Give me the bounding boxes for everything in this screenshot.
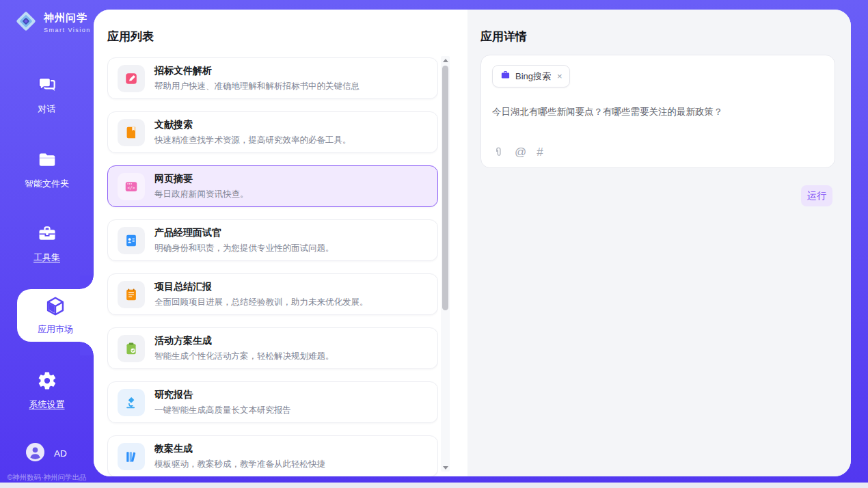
app-card-desc: 模板驱动，教案秒成，教学准备从此轻松快捷: [154, 459, 325, 470]
app-card-title: 活动方案生成: [154, 335, 334, 347]
app-card-text: 招标文件解析 帮助用户快速、准确地理解和解析招标书中的关键信息: [154, 65, 360, 92]
app-card-bid-analysis[interactable]: 招标文件解析 帮助用户快速、准确地理解和解析招标书中的关键信息: [107, 57, 438, 99]
app-card-lesson-plan[interactable]: 教案生成 模板驱动，教案秒成，教学准备从此轻松快捷: [107, 435, 438, 476]
query-input[interactable]: 今日湖北有哪些新闻要点？有哪些需要关注的最新政策？: [492, 105, 824, 119]
doc-edit-icon: [118, 65, 145, 92]
app-card-desc: 帮助用户快速、准确地理解和解析招标书中的关键信息: [154, 81, 360, 92]
app-card-title: 教案生成: [154, 443, 325, 455]
svg-text:</>: </>: [127, 185, 135, 190]
user-initials: AD: [54, 448, 67, 459]
app-card-text: 项目总结汇报 全面回顾项目进展，总结经验教训，助力未来优化发展。: [154, 281, 368, 308]
app-list: 招标文件解析 帮助用户快速、准确地理解和解析招标书中的关键信息 文献搜索 快速精…: [107, 57, 438, 476]
prompt-composer: Bing搜索 × 今日湖北有哪些新闻要点？有哪些需要关注的最新政策？ @ #: [480, 55, 835, 168]
sidebar-item-label: 系统设置: [29, 398, 65, 411]
brand-diamond-icon: [14, 9, 38, 36]
run-button[interactable]: 运行: [801, 185, 832, 206]
app-card-literature-search[interactable]: 文献搜索 快速精准查找学术资源，提高研究效率的必备工具。: [107, 111, 438, 153]
composer-toolbar: @ #: [493, 146, 543, 158]
hash-tag-icon[interactable]: #: [537, 146, 543, 158]
chat-icon: [37, 75, 57, 98]
avatar: [26, 443, 44, 464]
app-card-research-report[interactable]: 研究报告 一键智能生成高质量长文本研究报告: [107, 381, 438, 423]
scrollbar-thumb[interactable]: [442, 66, 448, 310]
brand-logo: 神州问学 Smart Vision: [14, 9, 91, 36]
app-card-text: 产品经理面试官 明确身份和职责，为您提供专业性的面试问题。: [154, 227, 334, 254]
app-card-title: 项目总结汇报: [154, 281, 368, 293]
sidebar-item-settings[interactable]: 系统设置: [0, 370, 94, 411]
app-card-desc: 每日政府新闻资讯快查。: [154, 189, 249, 200]
resume-icon: [118, 227, 145, 254]
app-card-web-summary[interactable]: </> 网页摘要 每日政府新闻资讯快查。: [107, 165, 438, 207]
brand-subtitle: Smart Vision: [44, 27, 91, 33]
at-mention-icon[interactable]: @: [515, 146, 526, 158]
scroll-down-arrow[interactable]: [441, 463, 450, 472]
app-card-desc: 全面回顾项目进展，总结经验教训，助力未来优化发展。: [154, 297, 368, 308]
browser-code-icon: </>: [118, 173, 145, 200]
app-card-text: 网页摘要 每日政府新闻资讯快查。: [154, 173, 249, 200]
app-card-text: 文献搜索 快速精准查找学术资源，提高研究效率的必备工具。: [154, 119, 351, 146]
app-card-pm-interviewer[interactable]: 产品经理面试官 明确身份和职责，为您提供专业性的面试问题。: [107, 219, 438, 261]
toolbox-icon: [37, 223, 57, 247]
brand-name: 神州问学: [44, 12, 91, 25]
app-card-desc: 智能生成个性化活动方案，轻松解决规划难题。: [154, 351, 334, 362]
tool-chip-label: Bing搜索: [515, 70, 551, 83]
app-card-desc: 快速精准查找学术资源，提高研究效率的必备工具。: [154, 135, 351, 146]
app-card-text: 活动方案生成 智能生成个性化活动方案，轻松解决规划难题。: [154, 335, 334, 362]
close-icon[interactable]: ×: [557, 71, 562, 81]
books-icon: [118, 443, 145, 470]
app-card-desc: 一键智能生成高质量长文本研究报告: [154, 405, 291, 416]
app-card-desc: 明确身份和职责，为您提供专业性的面试问题。: [154, 243, 334, 254]
folder-icon: [37, 150, 57, 173]
app-card-text: 教案生成 模板驱动，教案秒成，教学准备从此轻松快捷: [154, 443, 325, 470]
app-card-title: 产品经理面试官: [154, 227, 334, 239]
cube-icon: [44, 295, 66, 320]
sidebar-item-label: 应用市场: [38, 323, 73, 336]
microscope-icon: [118, 389, 145, 416]
sidebar-item-chat[interactable]: 对话: [0, 75, 94, 116]
app-card-event-plan[interactable]: 活动方案生成 智能生成个性化活动方案，轻松解决规划难题。: [107, 327, 438, 369]
bottom-strip: [0, 483, 868, 488]
gear-icon: [37, 370, 57, 394]
copyright-text: ©神州数码·神州问学出品: [0, 473, 94, 483]
sidebar-item-smart-folder[interactable]: 智能文件夹: [0, 150, 94, 190]
scroll-up-arrow[interactable]: [441, 56, 450, 64]
app-card-title: 招标文件解析: [154, 65, 360, 77]
sidebar-item-label: 工具集: [33, 252, 60, 264]
sidebar-item-toolkit[interactable]: 工具集: [0, 223, 94, 264]
sidebar-item-label: 对话: [38, 103, 56, 116]
notepad-icon: [118, 281, 145, 308]
app-card-text: 研究报告 一键智能生成高质量长文本研究报告: [154, 389, 291, 416]
user-menu-button[interactable]: AD: [26, 443, 67, 464]
app-card-title: 网页摘要: [154, 173, 249, 185]
app-list-panel: 应用列表 招标文件解析 帮助用户快速、准确地理解和解析招标书中的关键信息: [94, 10, 467, 476]
main-panel: 应用列表 招标文件解析 帮助用户快速、准确地理解和解析招标书中的关键信息: [94, 10, 851, 476]
briefcase-icon: [500, 70, 511, 83]
sidebar-item-label: 智能文件夹: [25, 178, 69, 190]
sidebar-item-app-market[interactable]: 应用市场: [17, 289, 94, 342]
paperclip-icon[interactable]: [493, 146, 504, 158]
app-detail-panel: 应用详情 Bing搜索 × 今日湖北有哪些新闻要点？有哪些需要关注的最新政策？: [467, 10, 851, 476]
clipboard-check-icon: [118, 335, 145, 362]
app-list-title: 应用列表: [107, 29, 154, 44]
tool-chip-bing-search[interactable]: Bing搜索 ×: [492, 65, 570, 87]
app-list-scrollbar[interactable]: [441, 56, 450, 472]
app-card-title: 文献搜索: [154, 119, 351, 131]
app-detail-title: 应用详情: [480, 29, 527, 44]
app-card-title: 研究报告: [154, 389, 291, 401]
book-icon: [118, 119, 145, 146]
app-card-project-summary[interactable]: 项目总结汇报 全面回顾项目进展，总结经验教训，助力未来优化发展。: [107, 273, 438, 315]
app-window: 神州问学 Smart Vision 对话 智能文件夹: [0, 0, 868, 488]
brand-text: 神州问学 Smart Vision: [44, 12, 91, 33]
sidebar: 神州问学 Smart Vision 对话 智能文件夹: [0, 0, 94, 488]
